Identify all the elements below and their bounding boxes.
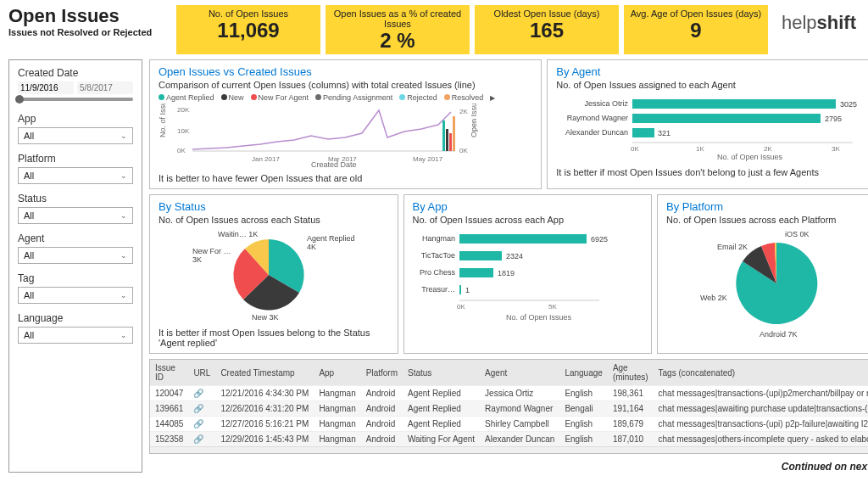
svg-rect-44 <box>459 268 493 277</box>
dropdown-value: All <box>24 330 34 340</box>
svg-text:No. of Open Issues: No. of Open Issues <box>506 313 572 322</box>
column-header[interactable]: Language <box>559 360 608 386</box>
svg-rect-38 <box>459 234 587 244</box>
table-cell: Android <box>361 417 403 432</box>
chevron-down-icon: ⌄ <box>120 251 127 260</box>
filter-dropdown-status[interactable]: All ⌄ <box>18 207 133 224</box>
svg-text:Treasur…: Treasur… <box>421 285 455 294</box>
svg-text:3K: 3K <box>192 255 202 264</box>
dropdown-value: All <box>24 290 34 300</box>
filter-panel: Created Date App All ⌄Platform All ⌄Stat… <box>8 59 142 473</box>
card-title: By Status <box>159 200 389 213</box>
link-icon[interactable]: 🔗 <box>193 389 203 398</box>
column-header[interactable]: Platform <box>361 360 403 386</box>
legend-item[interactable]: Agent Replied <box>159 93 214 102</box>
issues-table[interactable]: Issue IDURLCreated TimestampAppPlatformS… <box>149 359 868 454</box>
column-header[interactable]: App <box>314 360 360 386</box>
svg-text:May 2017: May 2017 <box>413 155 443 163</box>
kpi-value: 11,069 <box>178 19 319 42</box>
table-cell: English <box>559 417 608 432</box>
card-title: By Agent <box>556 65 868 78</box>
card-sub: No. of Open Issues across each Platform <box>666 215 868 225</box>
chevron-down-icon: ⌄ <box>120 171 127 180</box>
column-header[interactable]: Age (minutes) <box>608 360 654 386</box>
dropdown-value: All <box>24 171 34 181</box>
legend-item[interactable]: Resolved <box>444 93 484 102</box>
agent-chart[interactable]: Jessica Otriz 3025 Raymond Wagner 2795 A… <box>556 93 868 161</box>
svg-text:0K: 0K <box>459 147 468 154</box>
filter-label: Status <box>18 193 133 204</box>
svg-text:0K: 0K <box>631 145 639 153</box>
dropdown-value: All <box>24 131 34 141</box>
chevron-down-icon: ⌄ <box>120 132 127 140</box>
svg-text:TicTacToe: TicTacToe <box>420 251 454 260</box>
table-row[interactable]: 144085🔗12/27/2016 5:16:21 PMHangmanAndro… <box>150 417 868 432</box>
table-cell: Shirley Campbell <box>480 417 559 432</box>
column-header[interactable]: Agent <box>480 360 559 386</box>
card-trend: Open Issues vs Created Issues Comparison… <box>149 59 542 189</box>
kpi-label: Open Issues as a % of created Issues <box>327 8 468 29</box>
link-icon[interactable]: 🔗 <box>193 419 203 428</box>
status-pie[interactable]: Agent Replied4K New 3K New For …3K Waiti… <box>159 228 362 322</box>
filter-label: App <box>18 113 133 125</box>
card-title: By Platform <box>666 200 868 213</box>
kpi-value: 9 <box>626 19 766 42</box>
table-row[interactable]: 139661🔗12/26/2016 4:31:20 PMHangmanAndro… <box>150 401 868 417</box>
horizontal-scrollbar[interactable] <box>150 446 868 453</box>
svg-text:Alexander Duncan: Alexander Duncan <box>565 128 628 137</box>
link-icon[interactable]: 🔗 <box>193 404 203 413</box>
card-foot: It is better if most Open Issues don't b… <box>556 167 868 177</box>
kpi-label: No. of Open Issues <box>178 8 319 19</box>
column-header[interactable]: Issue ID <box>150 360 188 386</box>
legend-more-icon[interactable]: ▶ <box>490 94 495 102</box>
trend-chart[interactable]: No. of Issues Open Issues 20K 10K 0K 2K … <box>159 104 481 167</box>
svg-text:10K: 10K <box>177 127 190 135</box>
kpi-value: 2 % <box>327 29 468 53</box>
svg-rect-47 <box>459 285 461 294</box>
legend-item[interactable]: Rejected <box>399 93 437 102</box>
table-cell: 12/26/2016 4:31:20 PM <box>215 401 314 417</box>
platform-pie[interactable]: iOS 0K Email 2K Web 2K Android 7K <box>666 228 868 339</box>
table-cell: 🔗 <box>188 401 215 417</box>
column-header[interactable]: Created Timestamp <box>215 360 314 386</box>
link-icon[interactable]: 🔗 <box>193 434 203 444</box>
date-slider[interactable] <box>18 98 133 101</box>
filter-dropdown-tag[interactable]: All ⌄ <box>18 287 133 304</box>
date-to-input[interactable] <box>77 81 133 94</box>
filter-dropdown-agent[interactable]: All ⌄ <box>18 247 133 264</box>
legend-item[interactable]: New <box>221 93 244 102</box>
legend-item[interactable]: New For Agent <box>251 93 309 102</box>
filter-dropdown-app[interactable]: All ⌄ <box>18 127 133 144</box>
svg-rect-17 <box>632 99 836 109</box>
app-chart[interactable]: Hangman 6925 TicTacToe 2324 Pro Chess 18… <box>413 228 616 330</box>
svg-text:0K: 0K <box>457 303 465 311</box>
card-app: By App No. of Open Issues across each Ap… <box>403 194 653 354</box>
kpi-open-issues: No. of Open Issues 11,069 <box>176 5 320 54</box>
svg-text:Raymond Wagner: Raymond Wagner <box>567 114 628 122</box>
svg-text:3025: 3025 <box>840 100 857 109</box>
table-cell: Android <box>361 432 403 447</box>
kpi-avg-age: Avg. Age of Open Issues (days) 9 <box>624 5 768 54</box>
svg-text:Jan 2017: Jan 2017 <box>252 155 280 163</box>
table-row[interactable]: 152358🔗12/29/2016 1:45:43 PMHangmanAndro… <box>150 432 868 447</box>
column-header[interactable]: Status <box>403 360 480 386</box>
card-sub: No. of Open Issues assigned to each Agen… <box>556 80 868 90</box>
table-cell: chat messages|transactions-(upi) p2p-fai… <box>654 417 868 432</box>
filter-label-date: Created Date <box>18 67 133 79</box>
card-sub: No. of Open Issues across each Status <box>159 215 389 225</box>
table-row[interactable]: 120047🔗12/21/2016 4:34:30 PMHangmanAndro… <box>150 386 868 401</box>
svg-text:Open Issues: Open Issues <box>470 104 478 137</box>
column-header[interactable]: URL <box>188 360 215 386</box>
date-from-input[interactable] <box>18 81 74 94</box>
kpi-oldest: Oldest Open Issue (days) 165 <box>475 5 619 54</box>
table-cell: Raymond Wagner <box>480 401 559 417</box>
svg-text:1819: 1819 <box>498 269 515 277</box>
table-cell: 🔗 <box>188 386 215 401</box>
legend-item[interactable]: Pending Assignment <box>315 93 392 102</box>
filter-dropdown-language[interactable]: All ⌄ <box>18 327 133 344</box>
table-cell: Agent Replied <box>403 401 480 417</box>
svg-text:Hangman: Hangman <box>421 234 454 243</box>
filter-dropdown-platform[interactable]: All ⌄ <box>18 167 133 184</box>
kpi-label: Avg. Age of Open Issues (days) <box>626 8 766 19</box>
column-header[interactable]: Tags (concatenated) <box>654 360 868 386</box>
